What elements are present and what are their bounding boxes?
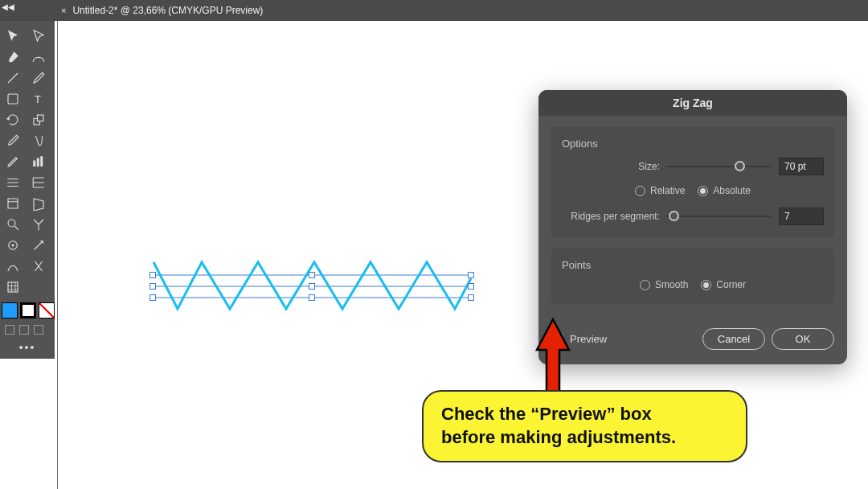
stroke-swatch[interactable]	[20, 302, 36, 318]
none-swatch[interactable]	[39, 302, 55, 318]
shape-tool[interactable]	[0, 88, 26, 109]
dialog-title: Zig Zag	[538, 90, 847, 116]
annotation-callout: Check the “Preview” box before making ad…	[422, 390, 747, 462]
preview-label: Preview	[570, 333, 607, 345]
shape-builder-tool[interactable]	[26, 256, 51, 277]
points-heading: Points	[562, 259, 824, 271]
relative-radio[interactable]: Relative	[635, 185, 685, 196]
options-heading: Options	[562, 138, 824, 150]
rotate-tool[interactable]	[0, 109, 26, 130]
corner-radio[interactable]: Corner	[701, 279, 746, 290]
svg-rect-5	[33, 161, 35, 167]
ridges-label: Ridges per segment:	[562, 211, 666, 222]
svg-line-9	[14, 226, 18, 230]
ruler-edge	[57, 21, 58, 489]
svg-line-0	[8, 73, 18, 83]
window-titlebar: ◀◀ × Untitled-2* @ 23,66% (CMYK/GPU Prev…	[0, 0, 868, 21]
tools-panel: T •••	[0, 21, 55, 359]
svg-text:T: T	[35, 93, 41, 105]
puppet-tool[interactable]	[0, 235, 26, 256]
type-tool[interactable]: T	[26, 88, 51, 109]
pen-dropper-tool[interactable]	[26, 68, 51, 88]
direct-select-tool[interactable]	[26, 26, 51, 47]
absolute-label: Absolute	[713, 185, 751, 196]
callout-line1: Check the “Preview” box	[441, 403, 728, 426]
normal-draw-icon[interactable]	[5, 325, 14, 335]
svg-point-8	[8, 220, 15, 227]
mesh-tool[interactable]	[0, 193, 26, 214]
selection-tool[interactable]	[0, 26, 26, 47]
document-title: Untitled-2* @ 23,66% (CMYK/GPU Preview)	[72, 5, 263, 16]
column-graph-tool[interactable]	[26, 172, 51, 193]
svg-rect-6	[37, 158, 39, 167]
artwork-selection[interactable]	[149, 254, 479, 322]
tab-close-icon[interactable]: ×	[61, 6, 66, 15]
annotation-arrow-icon	[533, 318, 573, 401]
paintbrush-tool[interactable]	[0, 47, 26, 68]
curvature-tool[interactable]	[26, 47, 51, 68]
smooth-label: Smooth	[655, 279, 688, 290]
ridges-slider[interactable]	[666, 210, 771, 223]
svg-rect-12	[8, 282, 18, 292]
size-slider[interactable]	[666, 160, 771, 173]
svg-point-11	[12, 244, 14, 247]
size-value-input[interactable]: 70 pt	[779, 158, 824, 175]
zigzag-dialog: Zig Zag Options Size: 70 pt Relative Abs…	[538, 90, 847, 364]
scale-tool[interactable]	[26, 109, 51, 130]
line-tool[interactable]	[0, 68, 26, 88]
smooth-radio[interactable]: Smooth	[640, 279, 688, 290]
cancel-button[interactable]: Cancel	[702, 328, 765, 350]
svg-rect-1	[8, 94, 18, 104]
size-label: Size:	[562, 161, 666, 172]
ridges-value-input[interactable]: 7	[779, 208, 824, 225]
fill-swatch[interactable]	[2, 302, 18, 318]
hand-tool[interactable]	[26, 214, 51, 235]
graph-tool[interactable]	[0, 172, 26, 193]
pencil-tool[interactable]	[0, 151, 26, 172]
draw-inside-icon[interactable]	[34, 325, 43, 335]
warp-tool[interactable]	[26, 130, 51, 151]
live-paint-tool[interactable]	[0, 256, 26, 277]
svg-rect-4	[38, 115, 44, 121]
more-tools-icon[interactable]: •••	[0, 341, 55, 354]
blob-brush-tool[interactable]	[26, 151, 51, 172]
zoom-tool[interactable]	[0, 214, 26, 235]
absolute-radio[interactable]: Absolute	[698, 185, 751, 196]
relative-label: Relative	[650, 185, 685, 196]
callout-line2: before making adjustments.	[441, 426, 728, 450]
slice-tool[interactable]	[26, 277, 51, 298]
corner-label: Corner	[716, 279, 746, 290]
svg-rect-7	[40, 156, 43, 166]
collapse-chevron-icon[interactable]: ◀◀	[2, 2, 14, 11]
perspective-tool[interactable]	[26, 193, 51, 214]
artboard-tool[interactable]	[0, 277, 26, 298]
eyedropper-tool[interactable]	[0, 130, 26, 151]
draw-behind-icon[interactable]	[19, 325, 29, 335]
symbol-sprayer-tool[interactable]	[26, 235, 51, 256]
ok-button[interactable]: OK	[772, 328, 834, 350]
